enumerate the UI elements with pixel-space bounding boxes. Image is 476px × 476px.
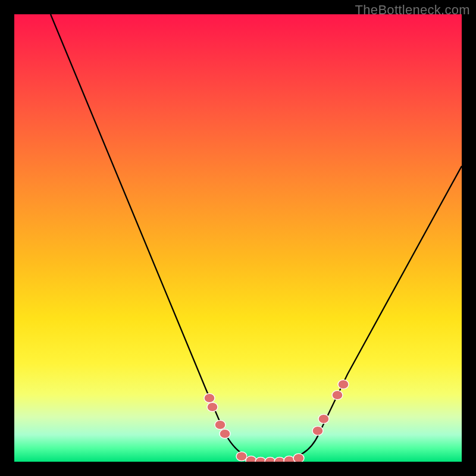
chart-plot-area <box>14 14 462 462</box>
chart-marker <box>312 426 323 435</box>
chart-marker <box>255 457 266 462</box>
chart-marker <box>293 453 304 462</box>
chart-marker <box>338 380 349 389</box>
chart-marker <box>236 452 247 461</box>
chart-marker <box>207 402 218 411</box>
chart-marker <box>215 420 226 429</box>
chart-marker <box>204 393 215 402</box>
chart-marker <box>332 390 343 399</box>
chart-marker <box>318 414 329 423</box>
chart-curve <box>51 14 462 461</box>
chart-marker <box>284 456 295 462</box>
watermark-label: TheBottleneck.com <box>355 2 470 18</box>
chart-frame: TheBottleneck.com <box>0 0 476 476</box>
chart-marker <box>220 429 230 438</box>
chart-marker <box>274 457 285 462</box>
chart-marker <box>265 457 275 462</box>
bottleneck-curve <box>51 14 462 461</box>
chart-marker <box>246 456 256 462</box>
chart-svg <box>14 14 462 462</box>
chart-markers <box>204 380 349 462</box>
